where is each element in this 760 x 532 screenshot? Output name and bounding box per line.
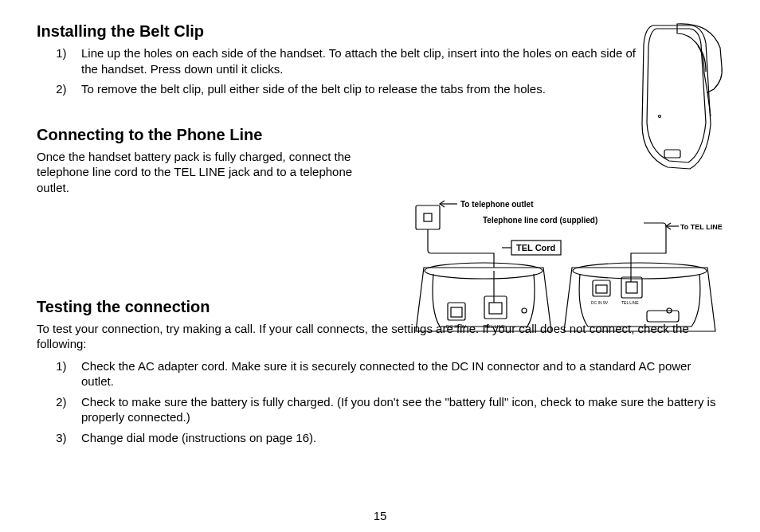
svg-rect-11 [484,296,507,319]
phone-line-figure: To telephone outlet Telephone line cord … [392,191,727,334]
svg-rect-16 [596,285,607,293]
svg-rect-9 [448,303,465,320]
section1-body: Line up the holes on each side of the ha… [37,45,642,97]
svg-rect-2 [416,205,440,229]
svg-point-14 [573,263,707,279]
svg-point-13 [522,308,527,313]
label-tel-line-left: TEL LINE [484,324,505,329]
svg-rect-15 [593,280,610,296]
label-tel-cord: TEL Cord [516,243,555,252]
label-to-outlet: To telephone outlet [460,200,534,209]
testing-step-1: Check the AC adapter cord. Make sure it … [76,358,723,389]
label-tel-line-right: TEL LINE [621,300,639,305]
belt-clip-step-1: Line up the holes on each side of the ha… [76,45,642,76]
svg-rect-12 [489,303,502,314]
svg-point-1 [659,115,661,118]
document-page: Installing the Belt Clip Line up the hol… [0,0,760,532]
heading-belt-clip: Installing the Belt Clip [37,22,723,41]
phone-line-paragraph: Once the handset battery pack is fully c… [37,149,387,196]
svg-rect-18 [626,282,637,293]
page-number: 15 [0,509,760,522]
svg-point-8 [425,263,543,279]
belt-clip-step-2: To remove the belt clip, pull either sid… [76,81,642,97]
svg-rect-17 [621,277,642,298]
belt-clip-steps: Line up the holes on each side of the ha… [53,45,642,97]
svg-rect-3 [424,213,432,221]
label-to-tel-line: To TEL LINE [680,223,723,231]
testing-step-2: Check to make sure the battery is fully … [76,394,723,425]
testing-step-3: Change dial mode (instructions on page 1… [76,430,723,446]
label-dc-in-left: DC IN 9V [446,324,466,329]
section2-body: Once the handset battery pack is fully c… [37,149,387,196]
svg-rect-20 [647,311,679,322]
svg-rect-10 [451,307,462,317]
label-dc-in-right: DC IN 9V [591,300,609,305]
label-cord-supplied: Telephone line cord (supplied) [483,216,597,225]
heading-phone-line: Connecting to the Phone Line [37,126,723,144]
section-belt-clip: Installing the Belt Clip Line up the hol… [37,22,723,97]
testing-steps: Check the AC adapter cord. Make sure it … [53,358,723,446]
